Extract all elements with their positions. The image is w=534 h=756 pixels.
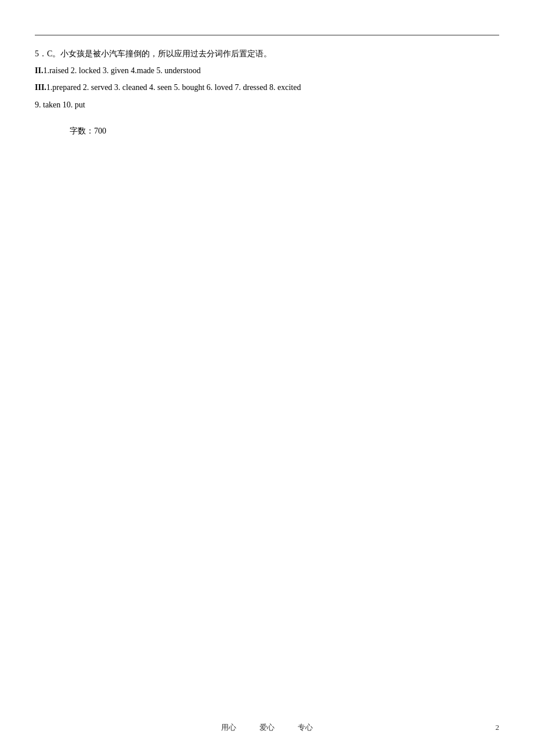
page-container: 5．C。小女孩是被小汽车撞倒的，所以应用过去分词作后置定语。 II.1.rais…: [0, 0, 534, 756]
section-5: 5．C。小女孩是被小汽车撞倒的，所以应用过去分词作后置定语。 II.1.rais…: [35, 46, 499, 112]
word-count-value: 700: [94, 127, 106, 135]
section-II-label: II.: [35, 66, 43, 75]
footer-item-1: 用心: [221, 722, 236, 733]
section5-line1: 5．C。小女孩是被小汽车撞倒的，所以应用过去分词作后置定语。: [35, 46, 499, 61]
footer-page-number: 2: [496, 723, 500, 732]
section-III-items: 1.prepared 2. served 3. cleaned 4. seen …: [46, 83, 301, 92]
footer-item-2: 爱心: [259, 722, 275, 733]
top-border: [35, 35, 499, 35]
word-count-label: 字数：: [70, 127, 94, 135]
content-area: 5．C。小女孩是被小汽车撞倒的，所以应用过去分词作后置定语。 II.1.rais…: [35, 46, 499, 138]
section-II-line: II.1.raised 2. locked 3. given 4.made 5.…: [35, 63, 499, 78]
footer: 用心 爱心 专心 2: [0, 722, 534, 733]
footer-text: 用心 爱心 专心: [221, 722, 313, 733]
footer-item-3: 专心: [298, 722, 313, 733]
word-count-section: 字数：700: [70, 124, 499, 138]
section-III-line1: III.1.prepared 2. served 3. cleaned 4. s…: [35, 80, 499, 95]
section-III-line2: 9. taken 10. put: [35, 98, 499, 112]
section-II-items: 1.raised 2. locked 3. given 4.made 5. un…: [43, 66, 200, 75]
section-III-label: III.: [35, 83, 46, 92]
